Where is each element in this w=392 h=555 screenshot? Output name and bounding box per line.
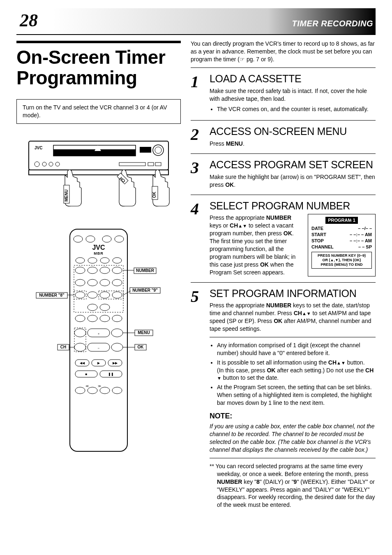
remote-mbr: MBR xyxy=(94,251,104,255)
svg-point-33 xyxy=(88,279,97,286)
svg-text:−: − xyxy=(98,346,100,350)
svg-point-29 xyxy=(88,267,97,274)
bullet-item: At the Program Set screen, the setting t… xyxy=(217,383,376,407)
step-text: Make sure the record safety tab is intac… xyxy=(210,87,376,103)
svg-rect-14 xyxy=(155,163,161,166)
bullet-item: Any information comprised of 1 digit (ex… xyxy=(217,341,376,357)
step-4: 4 SELECT PROGRAM NUMBER Press the approp… xyxy=(191,197,376,280)
svg-rect-3 xyxy=(53,149,136,156)
remote-menu-label: MENU xyxy=(138,330,150,335)
step-number: 5 xyxy=(191,287,204,509)
step-number: 2 xyxy=(191,125,204,148)
svg-point-34 xyxy=(100,279,110,286)
jvc-logo: JVC xyxy=(35,146,42,150)
svg-rect-12 xyxy=(119,163,145,166)
svg-point-10 xyxy=(49,162,53,166)
svg-point-70 xyxy=(112,387,122,394)
remote-illustration: JVC MBR xyxy=(16,226,181,456)
footnote: ** You can record selected programs at t… xyxy=(210,462,376,509)
svg-text:≪: ≪ xyxy=(85,384,89,388)
divider xyxy=(191,195,376,195)
svg-point-28 xyxy=(75,267,85,274)
svg-point-9 xyxy=(42,162,46,166)
step-text: Press MENU. xyxy=(210,140,376,148)
remote-number8-label: NUMBER "8" xyxy=(39,293,65,297)
svg-point-68 xyxy=(88,387,97,394)
svg-point-48 xyxy=(74,329,86,337)
divider xyxy=(191,67,376,68)
bullet-item: The VCR comes on, and the counter is res… xyxy=(217,105,376,113)
step-5: 5 SET PROGRAM INFORMATION Press the appr… xyxy=(191,285,376,513)
step-number: 4 xyxy=(191,199,204,276)
svg-point-21 xyxy=(102,236,111,242)
svg-text:❚❚: ❚❚ xyxy=(108,372,114,376)
osd-hint: PRESS NUMBER KEY (0–9) OR (▲,▼), THEN (O… xyxy=(311,252,372,269)
svg-point-53 xyxy=(111,343,123,351)
note-heading: NOTE: xyxy=(210,411,376,421)
step-3: 3 ACCESS PROGRAM SET SCREEN Make sure th… xyxy=(191,156,376,192)
svg-point-47 xyxy=(112,315,122,322)
step-text: Press the appropriate NUMBER keys to set… xyxy=(210,302,376,333)
bullet-item: It is possible to set all information us… xyxy=(217,359,376,382)
step-2: 2 ACCESS ON-SCREEN MENU Press MENU. xyxy=(191,123,376,151)
main-title: On-Screen Timer Programming xyxy=(16,41,181,88)
page-header: 28 TIMER RECORDING xyxy=(16,8,376,35)
svg-text:◀◀: ◀◀ xyxy=(80,361,85,365)
vcr-ok-label: OK xyxy=(152,191,157,198)
remote-number-label: NUMBER xyxy=(136,268,154,273)
page-number: 28 xyxy=(16,8,41,33)
vcr-menu-label: MENU xyxy=(64,189,69,201)
step-title: ACCESS PROGRAM SET SCREEN xyxy=(210,158,376,172)
svg-point-40 xyxy=(88,304,97,311)
step-text: Make sure the highlight bar (arrow) is o… xyxy=(210,173,376,189)
step-bullets: Any information comprised of 1 digit (ex… xyxy=(210,341,376,407)
osd-program: PROGRAM 1 xyxy=(325,217,358,224)
svg-point-46 xyxy=(100,315,110,322)
svg-text:▶: ▶ xyxy=(97,361,100,365)
svg-rect-13 xyxy=(148,163,154,166)
remote-brand: JVC xyxy=(92,244,105,251)
osd-preview: PROGRAM 1 ↖ DATE– –/– – START– –:– – AM … xyxy=(308,214,376,276)
svg-text:▶▶: ▶▶ xyxy=(113,361,118,365)
note-body: If you are using a cable box, enter the … xyxy=(210,423,376,454)
svg-point-23 xyxy=(76,258,85,263)
svg-point-31 xyxy=(112,267,122,274)
svg-point-20 xyxy=(86,236,95,242)
svg-point-44 xyxy=(75,315,85,322)
step-title: LOAD A CASSETTE xyxy=(210,72,376,86)
svg-point-25 xyxy=(100,258,109,263)
svg-point-51 xyxy=(74,343,86,351)
svg-text:+: + xyxy=(98,332,100,336)
svg-point-32 xyxy=(75,279,85,286)
remote-ok-label: OK xyxy=(138,345,144,349)
svg-point-41 xyxy=(100,304,110,311)
svg-point-67 xyxy=(75,387,85,394)
divider xyxy=(191,153,376,154)
svg-point-37 xyxy=(88,292,97,298)
divider xyxy=(210,337,376,337)
intro-box: Turn on the TV and select the VCR channe… xyxy=(16,99,181,124)
svg-point-45 xyxy=(88,315,97,322)
svg-point-50 xyxy=(111,329,123,337)
step-title: ACCESS ON-SCREEN MENU xyxy=(210,125,376,139)
svg-point-36 xyxy=(75,292,85,298)
svg-point-38 xyxy=(100,292,110,298)
divider xyxy=(210,458,376,458)
svg-point-11 xyxy=(55,162,60,166)
step-title: SELECT PROGRAM NUMBER xyxy=(210,199,376,213)
svg-point-24 xyxy=(88,258,97,263)
svg-rect-1 xyxy=(29,170,168,175)
svg-point-39 xyxy=(112,292,122,298)
section-title: TIMER RECORDING xyxy=(292,18,376,29)
svg-point-6 xyxy=(155,147,161,153)
divider xyxy=(191,282,376,283)
step-bullets: The VCR comes on, and the counter is res… xyxy=(210,105,376,113)
svg-text:■: ■ xyxy=(85,372,88,376)
svg-text:≫: ≫ xyxy=(98,384,101,388)
svg-rect-7 xyxy=(140,147,151,153)
svg-point-30 xyxy=(100,267,110,274)
right-column: You can directly program the VCR's timer… xyxy=(191,38,376,512)
step-1: 1 LOAD A CASSETTE Make sure the record s… xyxy=(191,70,376,118)
svg-point-19 xyxy=(74,236,83,242)
step-text: Press the appropriate NUMBER keys or CH▲… xyxy=(210,214,303,276)
